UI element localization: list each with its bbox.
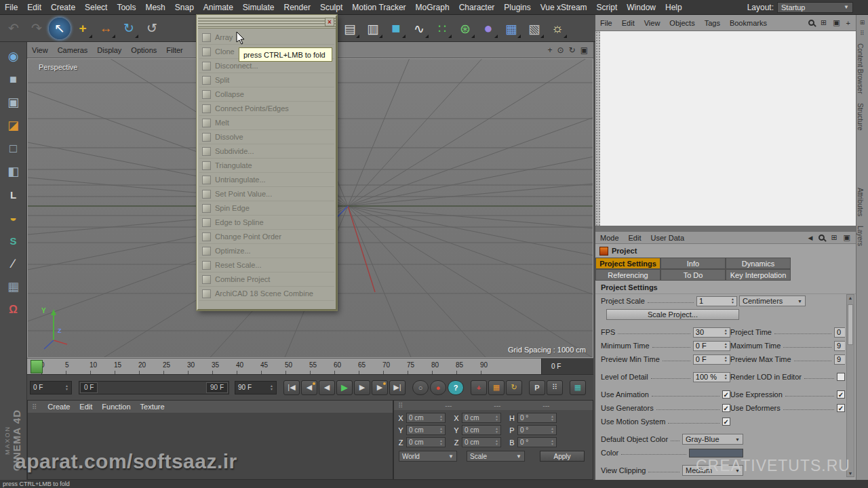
stepper-icon[interactable] (439, 427, 443, 434)
scroll-up-icon[interactable]: ▲ (847, 296, 854, 300)
attribute-menu-item[interactable]: User Data (646, 234, 690, 242)
close-icon[interactable]: × (325, 18, 334, 26)
menu-item[interactable]: Create (46, 3, 80, 12)
redo-button[interactable]: ↷ (26, 18, 47, 39)
dock-tab[interactable]: Content Browser (856, 37, 864, 94)
move-tool[interactable]: + (72, 18, 94, 39)
render-view-button[interactable]: ▤ (339, 18, 361, 39)
rotation-b-field[interactable]: 0 ° (517, 437, 557, 447)
rotation-h-field[interactable]: 0 ° (517, 413, 557, 423)
menu-item[interactable]: Tools (112, 3, 140, 12)
menu-command-item[interactable]: Collapse (199, 87, 334, 102)
menu-item[interactable]: Plugins (499, 3, 535, 12)
panel-tear-strip[interactable] (595, 31, 600, 226)
keyframe-selection-button[interactable]: ▦ (570, 380, 586, 395)
history-back-icon[interactable]: ◀ (808, 235, 812, 241)
attribute-scrollbar[interactable]: ▲ ▼ (846, 294, 854, 477)
menu-item[interactable]: Edit (22, 3, 46, 12)
stepper-icon[interactable] (731, 298, 734, 304)
material-manager-tab[interactable]: Create (47, 403, 70, 411)
menu-item[interactable]: Render (279, 3, 315, 12)
project-time-field[interactable]: 0 (834, 327, 845, 338)
dock-tab[interactable]: Layers (856, 219, 864, 246)
scale-tool[interactable]: ↔ (95, 18, 117, 39)
record-pla-toggle[interactable]: ⠿ (547, 380, 563, 395)
stepper-icon[interactable] (439, 439, 443, 446)
search-icon[interactable] (818, 235, 825, 241)
tool-icon[interactable]: □ (3, 138, 24, 159)
position-z-field[interactable]: 0 cm (406, 437, 446, 447)
viewport-nav-icon[interactable]: ⊙ (557, 45, 564, 55)
menu-item[interactable]: Window (622, 3, 660, 12)
color-swatch[interactable] (689, 449, 743, 458)
cloth-button[interactable]: ▦ (500, 18, 522, 39)
stepper-icon[interactable] (495, 415, 498, 422)
menu-item[interactable]: Script (592, 3, 623, 12)
scale-y-field[interactable]: 0 cm (462, 425, 501, 435)
tool-icon[interactable]: ◪ (3, 115, 24, 136)
light-button[interactable]: ☼ (547, 18, 568, 39)
position-x-field[interactable]: 0 cm (406, 413, 446, 423)
material-manager-tab[interactable]: Edit (79, 403, 92, 411)
goto-start-button[interactable]: |◀ (283, 380, 300, 395)
tool-icon[interactable]: L (3, 184, 24, 205)
menu-command-item[interactable]: Edge to Spline (199, 216, 334, 230)
attribute-tab[interactable]: Referencing (595, 269, 660, 281)
menu-command-item[interactable]: Dissolve (199, 130, 334, 144)
viewport-menu-item[interactable]: View (27, 46, 53, 54)
stepper-icon[interactable] (495, 427, 498, 434)
search-icon[interactable] (808, 20, 814, 26)
record-parameter-toggle[interactable]: P (529, 380, 545, 395)
menu-command-item[interactable]: Change Point Order (199, 230, 334, 244)
preview-max-field[interactable]: 9 (834, 354, 845, 365)
tool-icon[interactable]: ▦ (3, 277, 24, 297)
menu-item[interactable]: Motion Tracker (347, 3, 410, 12)
menu-command-item[interactable]: Triangulate (199, 159, 334, 173)
layout-dropdown[interactable]: Startup ▼ (777, 2, 853, 13)
minimum-time-field[interactable]: 0 F (693, 341, 730, 351)
simulate-button[interactable]: ⊛ (454, 18, 476, 39)
mograph-button[interactable]: ∷ (431, 18, 453, 39)
use-deformers-checkbox[interactable]: ✓ (837, 404, 845, 412)
viewport-menu-item[interactable]: Cameras (53, 46, 93, 54)
stepper-icon[interactable] (439, 415, 443, 422)
stepper-icon[interactable] (495, 439, 498, 446)
live-selection-tool[interactable]: ↖ (49, 18, 71, 39)
panel-handle-icon[interactable]: ⠿ (398, 402, 403, 409)
fps-field[interactable]: 30 (693, 327, 730, 338)
record-scale-toggle[interactable]: ▦ (488, 380, 505, 395)
stepper-icon[interactable] (551, 415, 554, 422)
object-manager-menu-item[interactable]: Bookmarks (725, 19, 772, 27)
rotation-p-field[interactable]: 0 ° (517, 425, 557, 435)
tool-icon[interactable]: ▣ (3, 92, 24, 113)
previous-frame-button[interactable]: ◀ (319, 380, 335, 395)
menu-item[interactable]: Vue xStream (536, 3, 592, 12)
menu-item[interactable]: Snap (170, 3, 199, 12)
attribute-tab[interactable]: Key Interpolation (726, 269, 791, 281)
render-lod-checkbox[interactable] (837, 373, 845, 381)
preview-range-slider[interactable]: 0 F 90 F (79, 381, 229, 394)
object-manager-menu-item[interactable]: Edit (617, 19, 639, 27)
stepper-icon[interactable] (551, 427, 554, 434)
attribute-menu-item[interactable]: Mode (595, 234, 624, 242)
menu-command-item[interactable]: Split (199, 73, 334, 87)
viewport-menu-item[interactable]: Options (126, 46, 161, 54)
menu-command-item[interactable]: Subdivide... (199, 144, 334, 159)
box-icon[interactable]: ▣ (844, 233, 850, 242)
coordinate-system-dropdown[interactable]: World▼ (399, 451, 457, 462)
viewport-nav-icon[interactable]: ↻ (569, 45, 576, 55)
object-manager-menu-item[interactable]: File (595, 19, 617, 27)
record-navigation-button[interactable]: ○ (412, 380, 429, 395)
attribute-tab[interactable]: To Do (660, 269, 726, 281)
material-manager-tab[interactable]: Function (102, 403, 130, 411)
range-end-handle[interactable]: 90 F (206, 382, 228, 393)
record-keyframe-button[interactable]: ● (430, 380, 446, 395)
use-generators-checkbox[interactable]: ✓ (722, 404, 730, 412)
lod-field[interactable]: 100 % (693, 372, 730, 382)
panel-handle-icon[interactable]: ⠿ (32, 403, 37, 411)
object-manager-menu-item[interactable]: View (639, 19, 665, 27)
menu-command-item[interactable]: Optimize... (199, 244, 334, 258)
position-y-field[interactable]: 0 cm (406, 425, 446, 435)
stepper-icon[interactable] (724, 356, 728, 363)
attribute-tab[interactable]: Project Settings (595, 258, 660, 269)
